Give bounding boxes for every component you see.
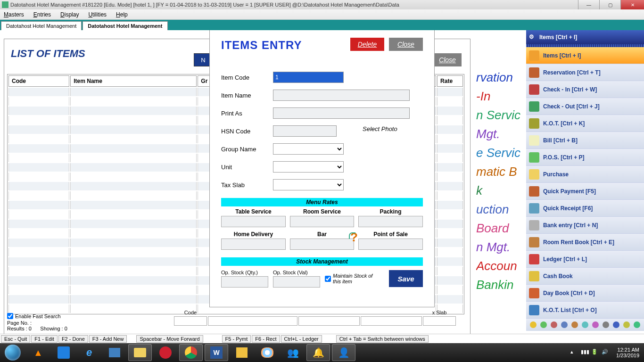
- print-as-input[interactable]: [273, 107, 410, 119]
- footer-icon-9[interactable]: [613, 321, 619, 328]
- sidebar-item-9[interactable]: Quick Receipt [F6]: [526, 200, 644, 217]
- taskbar-word-icon[interactable]: W: [205, 344, 228, 361]
- hsn-code-input[interactable]: [273, 125, 337, 137]
- tray-up-icon[interactable]: ▴: [570, 349, 578, 356]
- footer-icon-1[interactable]: [530, 321, 537, 328]
- start-button[interactable]: [0, 343, 25, 362]
- sidebar-icon-2: [529, 84, 539, 95]
- tray-volume-icon[interactable]: 🔊: [602, 349, 609, 356]
- taskbar-vlc-icon[interactable]: ▲: [26, 344, 50, 361]
- sidebar-item-label: P.O.S. [Ctrl + P]: [543, 154, 584, 161]
- maximize-button[interactable]: ▢: [599, 0, 620, 9]
- table-service-input[interactable]: [221, 216, 286, 227]
- taskbar-people-icon[interactable]: 👥: [281, 344, 305, 361]
- taskbar-explorer-icon[interactable]: [128, 344, 152, 361]
- delete-button[interactable]: Delete: [350, 38, 384, 51]
- footer-icon-5[interactable]: [571, 321, 578, 328]
- sidebar-item-label: Check - Out [Ctrl + J]: [543, 103, 600, 110]
- sidebar-item-2[interactable]: Check - In [Ctrl + W]: [526, 81, 644, 98]
- col-item-name[interactable]: Item Name: [70, 75, 197, 87]
- taskbar-user-icon[interactable]: 👤: [332, 344, 355, 361]
- question-mark-icon: ?: [350, 230, 358, 245]
- sidebar-item-13[interactable]: Cash Book: [526, 268, 644, 285]
- sidebar-item-10[interactable]: Bank entry [Ctrl + N]: [526, 217, 644, 234]
- room-service-input[interactable]: [290, 216, 355, 227]
- item-name-input[interactable]: [273, 90, 410, 101]
- tab-1[interactable]: Datotahost Hotel Management: [1, 21, 82, 30]
- taskbar-folder-icon[interactable]: [103, 344, 126, 361]
- sidebar-item-11[interactable]: Room Rent Book [Ctrl + E]: [526, 234, 644, 251]
- footer-icon-10[interactable]: [623, 321, 630, 328]
- menu-display[interactable]: Display: [60, 11, 79, 18]
- taskbar-bell-icon[interactable]: 🔔: [306, 344, 330, 361]
- sidebar-item-6[interactable]: P.O.S. [Ctrl + P]: [526, 149, 644, 166]
- col-rate[interactable]: Rate: [437, 75, 463, 87]
- items-entry-modal: ITEMS ENTRY Delete Close Item Code Item …: [209, 30, 435, 307]
- tax-slab-select[interactable]: [273, 179, 344, 190]
- filter-slab-input[interactable]: [423, 316, 456, 326]
- packing-input[interactable]: [358, 216, 423, 227]
- sidebar-item-label: Bill [Ctrl + B]: [543, 137, 578, 144]
- sidebar-item-12[interactable]: Ledger [Ctrl + L]: [526, 251, 644, 268]
- list-close-button[interactable]: Close: [433, 53, 462, 66]
- shortcut-5: F5 - Pymt: [222, 335, 251, 343]
- op-stock-qty-input[interactable]: [221, 276, 268, 288]
- shortcut-4: Spacebar - Move Forward: [136, 335, 203, 343]
- footer-icon-4[interactable]: [561, 321, 568, 328]
- footer-icon-8[interactable]: [603, 321, 609, 328]
- select-photo-label[interactable]: Select Photo: [363, 125, 397, 132]
- tab-2[interactable]: Datotahost Hotel Management: [83, 21, 167, 30]
- group-name-select[interactable]: [273, 143, 344, 155]
- taskbar-opera-icon[interactable]: [154, 344, 177, 361]
- op-stock-val-input[interactable]: [273, 276, 320, 288]
- home-delivery-input[interactable]: [221, 239, 286, 250]
- col-code[interactable]: Code: [8, 75, 69, 87]
- sidebar-item-14[interactable]: Day Book [Ctrl + D]: [526, 285, 644, 302]
- taskbar-paint-icon[interactable]: [256, 344, 279, 361]
- taskbar-notes-icon[interactable]: [230, 344, 254, 361]
- system-tray: ▴ ▮▮▮ 🔋 🔊 12:21 AM 1/23/2019: [569, 347, 644, 358]
- menu-help[interactable]: Help: [116, 11, 128, 18]
- modal-close-button[interactable]: Close: [389, 38, 423, 51]
- footer-icon-3[interactable]: [551, 321, 557, 328]
- filter-code-input[interactable]: [174, 316, 207, 326]
- sidebar-item-15[interactable]: K.O.T. List [Ctrl + O]: [526, 302, 644, 319]
- enable-fast-search-label: Enable Fast Search: [15, 313, 61, 319]
- filter-name-input[interactable]: [208, 316, 297, 326]
- taskbar-app-icon[interactable]: [52, 344, 75, 361]
- enable-fast-search-checkbox[interactable]: [7, 313, 13, 319]
- bar-input[interactable]: [290, 239, 355, 250]
- sidebar-item-0[interactable]: Items [Ctrl + I]: [526, 47, 644, 64]
- pos-input[interactable]: [358, 239, 423, 250]
- filter-unit-input[interactable]: [361, 316, 422, 326]
- clock[interactable]: 12:21 AM 1/23/2019: [616, 347, 639, 358]
- close-window-button[interactable]: ✕: [620, 0, 644, 9]
- bottom-filter-row: Code x Slab: [174, 310, 457, 326]
- footer-icon-11[interactable]: [634, 321, 640, 328]
- sidebar-item-5[interactable]: Bill [Ctrl + B]: [526, 132, 644, 149]
- sidebar-icon-12: [529, 254, 539, 264]
- footer-icon-2[interactable]: [540, 321, 547, 328]
- sidebar-item-1[interactable]: Reservation [Ctrl + T]: [526, 64, 644, 81]
- sidebar-item-3[interactable]: Check - Out [Ctrl + J]: [526, 98, 644, 115]
- footer-icon-7[interactable]: [592, 321, 599, 328]
- sidebar-item-7[interactable]: Purchase: [526, 166, 644, 183]
- taskbar-ie-icon[interactable]: e: [77, 344, 101, 361]
- gear-icon: ⚙: [529, 33, 537, 41]
- unit-select[interactable]: [273, 161, 344, 173]
- taskbar-chrome-icon[interactable]: [179, 344, 203, 361]
- menu-masters[interactable]: Masters: [4, 11, 24, 18]
- shortcut-8: Ctrl + Tab = Switch between windows: [336, 335, 429, 343]
- item-code-input[interactable]: [273, 72, 344, 83]
- maintain-stock-checkbox[interactable]: [325, 276, 331, 282]
- minimize-button[interactable]: —: [578, 0, 599, 9]
- menu-utilities[interactable]: Utilities: [88, 11, 107, 18]
- filter-group-input[interactable]: [298, 316, 360, 326]
- tray-battery-icon[interactable]: 🔋: [591, 349, 599, 356]
- sidebar-item-4[interactable]: K.O.T. [Ctrl + K]: [526, 115, 644, 132]
- footer-icon-6[interactable]: [582, 321, 588, 328]
- tray-wifi-icon[interactable]: ▮▮▮: [581, 349, 588, 356]
- sidebar-item-8[interactable]: Quick Payment [F5]: [526, 183, 644, 200]
- save-button[interactable]: Save: [389, 270, 423, 287]
- menu-entries[interactable]: Entries: [33, 11, 51, 18]
